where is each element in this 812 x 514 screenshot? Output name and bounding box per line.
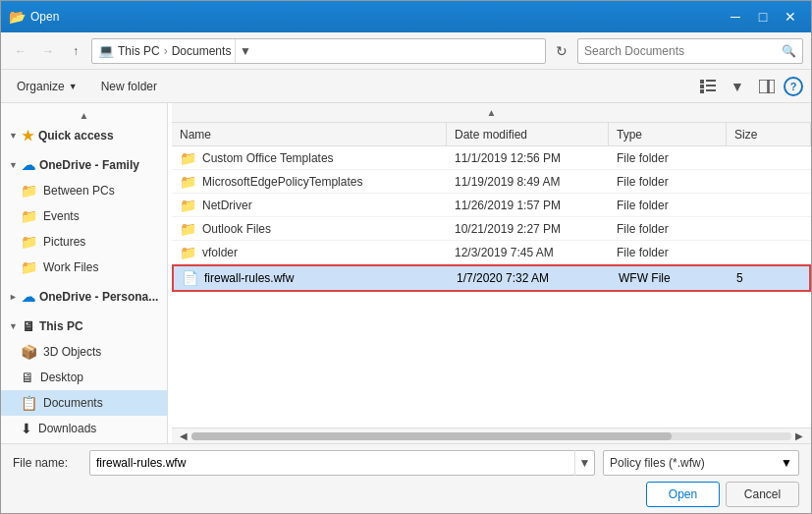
table-row[interactable]: 📁 vfolder 12/3/2019 7:45 AM File folder xyxy=(172,241,811,264)
filename-input[interactable] xyxy=(90,456,574,470)
search-input[interactable] xyxy=(584,44,782,58)
up-button[interactable]: ↑ xyxy=(64,39,87,63)
sort-arrow-area[interactable]: ▲ xyxy=(172,103,811,123)
scroll-track[interactable] xyxy=(191,432,791,440)
this-pc-label: This PC xyxy=(39,319,83,333)
file-type-cell: File folder xyxy=(609,246,727,259)
address-dropdown-button[interactable]: ▼ xyxy=(235,38,254,64)
this-pc-header[interactable]: ▼ 🖥 This PC xyxy=(1,314,167,339)
sidebar-item-pictures[interactable]: 📁 Pictures xyxy=(1,229,167,255)
view-dropdown-button[interactable]: ▼ xyxy=(725,74,750,99)
close-button[interactable]: ✕ xyxy=(778,4,803,29)
organize-label: Organize xyxy=(17,80,65,93)
sidebar-item-work-files[interactable]: 📁 Work Files xyxy=(1,255,167,280)
organize-button[interactable]: Organize ▼ xyxy=(9,76,85,97)
sidebar-item-documents[interactable]: 📋 Documents xyxy=(1,390,167,416)
forward-button[interactable]: → xyxy=(36,39,60,63)
open-button[interactable]: Open xyxy=(646,482,720,507)
file-name-cell: 📁 MicrosoftEdgePolicyTemplates xyxy=(172,174,447,190)
sidebar-item-desktop[interactable]: 🖥 Desktop xyxy=(1,365,167,390)
sidebar-item-3d-objects[interactable]: 📦 3D Objects xyxy=(1,339,167,365)
scroll-left-button[interactable]: ◀ xyxy=(176,428,191,444)
computer-icon: 💻 xyxy=(98,43,114,58)
maximize-button[interactable]: □ xyxy=(750,4,776,29)
file-name-cell: 📁 vfolder xyxy=(172,245,447,260)
toolbar: Organize ▼ New folder ▼ xyxy=(1,70,811,103)
horizontal-scrollbar[interactable]: ◀ ▶ xyxy=(172,428,811,443)
preview-pane-button[interactable] xyxy=(754,74,780,99)
column-header-date[interactable]: Date modified xyxy=(447,123,609,145)
sidebar: ▲ ▼ ★ Quick access ▼ ☁ OneDrive - Family… xyxy=(1,103,168,443)
filename-row: File name: ▼ Policy files (*.wfw) ▼ xyxy=(13,450,799,476)
scroll-thumb[interactable] xyxy=(191,432,672,440)
sidebar-item-events[interactable]: 📁 Events xyxy=(1,203,167,229)
file-name-cell: 📁 Custom Office Templates xyxy=(172,150,447,166)
file-date-cell: 10/21/2019 2:27 PM xyxy=(447,222,609,236)
refresh-button[interactable]: ↻ xyxy=(550,39,573,63)
onedrive-family-expand: ▼ xyxy=(9,160,18,170)
column-header-type[interactable]: Type xyxy=(609,123,727,145)
file-list: 📁 Custom Office Templates 11/1/2019 12:5… xyxy=(172,146,811,428)
file-size-cell: 5 xyxy=(729,271,809,285)
breadcrumb-thispc: This PC xyxy=(118,44,160,58)
sidebar-item-between-pcs[interactable]: 📁 Between PCs xyxy=(1,178,167,203)
folder-icon: 📁 xyxy=(180,245,196,260)
filetype-select[interactable]: Policy files (*.wfw) ▼ xyxy=(603,450,799,476)
between-pcs-label: Between PCs xyxy=(43,184,115,198)
this-pc-expand: ▼ xyxy=(9,321,18,331)
folder-icon: 📁 xyxy=(21,183,37,199)
documents-icon: 📋 xyxy=(21,395,37,411)
svg-rect-1 xyxy=(706,80,716,82)
table-row[interactable]: 📁 Custom Office Templates 11/1/2019 12:5… xyxy=(172,146,811,170)
file-type-cell: File folder xyxy=(609,175,727,189)
search-icon: 🔍 xyxy=(782,44,796,58)
onedrive-personal-icon: ☁ xyxy=(22,289,35,305)
cancel-button[interactable]: Cancel xyxy=(726,482,799,507)
column-header-size[interactable]: Size xyxy=(727,123,811,145)
breadcrumb-documents: Documents xyxy=(172,44,232,58)
action-row: Open Cancel xyxy=(13,482,799,507)
sidebar-scroll-up[interactable]: ▲ xyxy=(1,107,167,123)
scroll-right-button[interactable]: ▶ xyxy=(791,428,807,444)
table-row[interactable]: 📁 Outlook Files 10/21/2019 2:27 PM File … xyxy=(172,217,811,241)
back-button[interactable]: ← xyxy=(9,39,32,63)
filename-dropdown-button[interactable]: ▼ xyxy=(574,450,594,476)
breadcrumb: This PC › Documents xyxy=(118,44,231,58)
file-name-cell: 📁 NetDriver xyxy=(172,198,447,213)
file-list-header: Name Date modified Type Size xyxy=(172,123,811,146)
new-folder-button[interactable]: New folder xyxy=(93,76,165,97)
folder-icon: 📁 xyxy=(21,259,37,275)
title-bar: 📂 Open ─ □ ✕ xyxy=(1,1,811,32)
file-date-cell: 11/26/2019 1:57 PM xyxy=(447,199,609,212)
table-row[interactable]: 📄 firewall-rules.wfw 1/7/2020 7:32 AM WF… xyxy=(172,264,811,292)
folder-icon: 📁 xyxy=(180,174,196,190)
filetype-text: Policy files (*.wfw) xyxy=(610,456,705,470)
onedrive-family-icon: ☁ xyxy=(22,157,35,173)
minimize-button[interactable]: ─ xyxy=(723,4,748,29)
column-header-name[interactable]: Name xyxy=(172,123,447,145)
svg-rect-7 xyxy=(769,80,775,93)
onedrive-personal-header[interactable]: ► ☁ OneDrive - Persona... xyxy=(1,284,167,310)
sidebar-item-downloads[interactable]: ⬇ Downloads xyxy=(1,416,167,441)
details-view-icon xyxy=(700,80,716,93)
table-row[interactable]: 📁 NetDriver 11/26/2019 1:57 PM File fold… xyxy=(172,194,811,217)
onedrive-personal-label: OneDrive - Persona... xyxy=(39,290,158,304)
file-type-cell: WFW File xyxy=(611,271,729,285)
computer-icon: 🖥 xyxy=(22,318,35,334)
svg-rect-4 xyxy=(700,89,704,93)
main-content: ▲ ▼ ★ Quick access ▼ ☁ OneDrive - Family… xyxy=(1,103,811,443)
quick-access-header[interactable]: ▼ ★ Quick access xyxy=(1,123,167,148)
table-row[interactable]: 📁 MicrosoftEdgePolicyTemplates 11/19/201… xyxy=(172,170,811,194)
help-button[interactable]: ? xyxy=(784,77,803,96)
file-type-cell: File folder xyxy=(609,151,727,165)
view-details-button[interactable] xyxy=(695,74,721,99)
onedrive-family-section: ▼ ☁ OneDrive - Family 📁 Between PCs 📁 Ev… xyxy=(1,152,167,280)
search-box[interactable]: 🔍 xyxy=(577,38,803,64)
svg-rect-3 xyxy=(706,85,716,86)
file-name-cell: 📁 Outlook Files xyxy=(172,221,447,237)
file-date-cell: 11/1/2019 12:56 PM xyxy=(447,151,609,165)
onedrive-family-header[interactable]: ▼ ☁ OneDrive - Family xyxy=(1,152,167,178)
filename-input-wrapper[interactable]: ▼ xyxy=(89,450,595,476)
downloads-label: Downloads xyxy=(38,422,96,435)
address-path[interactable]: 💻 This PC › Documents ▼ xyxy=(91,38,546,64)
